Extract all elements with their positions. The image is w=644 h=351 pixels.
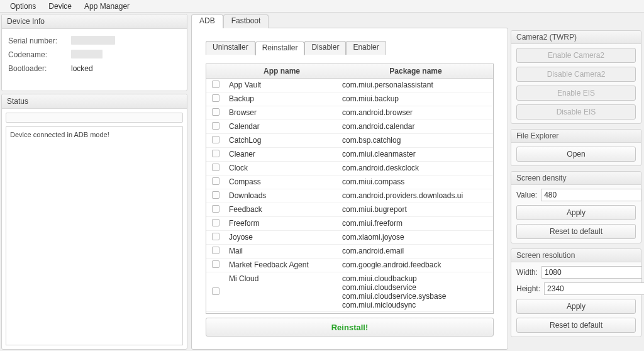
bootloader-value: locked	[71, 64, 180, 73]
table-row[interactable]: Joyosecom.xiaomi.joyose	[206, 231, 493, 245]
row-package-name: com.xiaomi.joyose	[338, 231, 493, 245]
table-row[interactable]: Feedbackcom.miui.bugreport	[206, 203, 493, 217]
subtab-enabler[interactable]: Enabler	[346, 41, 386, 55]
row-package-name: com.android.browser	[338, 106, 493, 120]
table-row[interactable]: Downloadscom.android.providers.downloads…	[206, 189, 493, 203]
resolution-apply-button[interactable]: Apply	[516, 299, 636, 314]
row-app-name: Mail	[225, 245, 338, 259]
status-header: Status	[2, 94, 187, 109]
row-package-name: com.android.deskclock	[338, 162, 493, 176]
serial-number-label: Serial number:	[8, 36, 71, 45]
menubar: Options Device App Manager	[0, 0, 644, 13]
disable-camera2-button[interactable]: Disable Camera2	[516, 67, 636, 82]
row-package-name: com.android.providers.downloads.ui	[338, 189, 493, 203]
row-package-name: com.google.android.feedback	[338, 259, 493, 272]
density-apply-button[interactable]: Apply	[516, 205, 636, 220]
open-file-explorer-button[interactable]: Open	[516, 147, 636, 162]
row-checkbox[interactable]	[206, 120, 225, 134]
row-checkbox[interactable]	[206, 148, 225, 162]
resolution-reset-button[interactable]: Reset to default	[516, 318, 636, 333]
screen-density-group: Screen density Value: dpi Apply Reset to…	[511, 171, 641, 243]
col-package-name[interactable]: Package name	[338, 64, 493, 79]
density-reset-button[interactable]: Reset to default	[516, 224, 636, 239]
disable-eis-button[interactable]: Disable EIS	[516, 104, 636, 120]
apps-table: App name Package name App Vaultcom.miui.…	[206, 64, 493, 314]
row-checkbox[interactable]	[206, 106, 225, 120]
resolution-height-input[interactable]	[544, 282, 644, 295]
table-row[interactable]: Market Feedback Agentcom.google.android.…	[206, 259, 493, 272]
table-row[interactable]: Backupcom.miui.backup	[206, 92, 493, 106]
device-info-panel: Device Info Serial number: Codename: Boo…	[1, 14, 187, 91]
col-app-name[interactable]: App name	[225, 64, 338, 79]
menu-app-manager[interactable]: App Manager	[78, 1, 136, 12]
row-checkbox[interactable]	[206, 259, 225, 272]
table-row[interactable]: Freeformcom.miui.freeform	[206, 217, 493, 231]
row-checkbox[interactable]	[206, 189, 225, 203]
row-checkbox[interactable]	[206, 134, 225, 148]
codename-label: Codename:	[8, 50, 71, 59]
file-explorer-group: File Explorer Open	[511, 129, 641, 166]
row-checkbox[interactable]	[206, 176, 225, 189]
row-checkbox[interactable]	[206, 79, 225, 92]
row-checkbox[interactable]	[206, 217, 225, 231]
row-package-name: com.bsp.catchlog	[338, 134, 493, 148]
row-package-name: com.miui.backup	[338, 92, 493, 106]
row-package-name: com.miui.cleanmaster	[338, 148, 493, 162]
row-package-name: com.android.email	[338, 245, 493, 259]
menu-device[interactable]: Device	[42, 1, 78, 12]
table-row[interactable]: CatchLogcom.bsp.catchlog	[206, 134, 493, 148]
table-row[interactable]: Mi Creditcom.xiaomi.payment	[206, 312, 493, 315]
table-row[interactable]: Browsercom.android.browser	[206, 106, 493, 120]
screen-resolution-group: Screen resolution Width: px Height: px A…	[511, 248, 641, 337]
row-checkbox[interactable]	[206, 162, 225, 176]
apps-table-wrap[interactable]: App name Package name App Vaultcom.miui.…	[206, 64, 494, 314]
row-app-name: Browser	[225, 106, 338, 120]
status-progress-bar	[6, 113, 183, 123]
row-checkbox[interactable]	[206, 272, 225, 312]
row-package-name: com.xiaomi.payment	[338, 312, 493, 315]
resolution-width-input[interactable]	[541, 266, 642, 279]
table-row[interactable]: Mailcom.android.email	[206, 245, 493, 259]
row-package-name: com.miui.personalassistant	[338, 79, 493, 92]
row-app-name: Feedback	[225, 203, 338, 217]
table-row[interactable]: Clockcom.android.deskclock	[206, 162, 493, 176]
subtab-disabler[interactable]: Disabler	[304, 41, 346, 55]
row-app-name: Backup	[225, 92, 338, 106]
main-tabs: ADB Fastboot	[191, 14, 511, 28]
subtab-reinstaller[interactable]: Reinstaller	[255, 42, 305, 55]
table-row[interactable]: Cleanercom.miui.cleanmaster	[206, 148, 493, 162]
row-checkbox[interactable]	[206, 231, 225, 245]
row-app-name: CatchLog	[225, 134, 338, 148]
camera2-header: Camera2 (TWRP)	[511, 31, 641, 44]
row-checkbox[interactable]	[206, 312, 225, 315]
reinstall-button[interactable]: Reinstall!	[206, 318, 494, 337]
file-explorer-header: File Explorer	[511, 130, 641, 143]
enable-eis-button[interactable]: Enable EIS	[516, 86, 636, 101]
subtab-uninstaller[interactable]: Uninstaller	[206, 41, 255, 55]
row-app-name: Joyose	[225, 231, 338, 245]
tab-adb[interactable]: ADB	[191, 14, 223, 28]
sub-tabs: Uninstaller Reinstaller Disabler Enabler	[206, 41, 494, 55]
row-checkbox[interactable]	[206, 203, 225, 217]
bootloader-label: Bootloader:	[8, 64, 71, 73]
tab-fastboot[interactable]: Fastboot	[223, 14, 269, 28]
row-app-name: Market Feedback Agent	[225, 259, 338, 272]
row-checkbox[interactable]	[206, 245, 225, 259]
codename-value	[71, 50, 180, 60]
row-app-name: Mi Credit	[225, 312, 338, 315]
table-row[interactable]: Calendarcom.android.calendar	[206, 120, 493, 134]
row-package-name: com.miui.freeform	[338, 217, 493, 231]
table-row[interactable]: Mi Cloudcom.miui.cloudbackup com.miui.cl…	[206, 272, 493, 312]
row-app-name: Mi Cloud	[225, 272, 338, 312]
row-checkbox[interactable]	[206, 92, 225, 106]
camera2-group: Camera2 (TWRP) Enable Camera2 Disable Ca…	[511, 30, 641, 124]
table-row[interactable]: App Vaultcom.miui.personalassistant	[206, 79, 493, 92]
enable-camera2-button[interactable]: Enable Camera2	[516, 48, 636, 63]
row-app-name: Downloads	[225, 189, 338, 203]
menu-options[interactable]: Options	[4, 1, 42, 12]
row-app-name: Freeform	[225, 217, 338, 231]
density-value-input[interactable]	[541, 189, 641, 201]
table-row[interactable]: Compasscom.miui.compass	[206, 176, 493, 189]
screen-density-header: Screen density	[511, 172, 641, 185]
row-app-name: App Vault	[225, 79, 338, 92]
